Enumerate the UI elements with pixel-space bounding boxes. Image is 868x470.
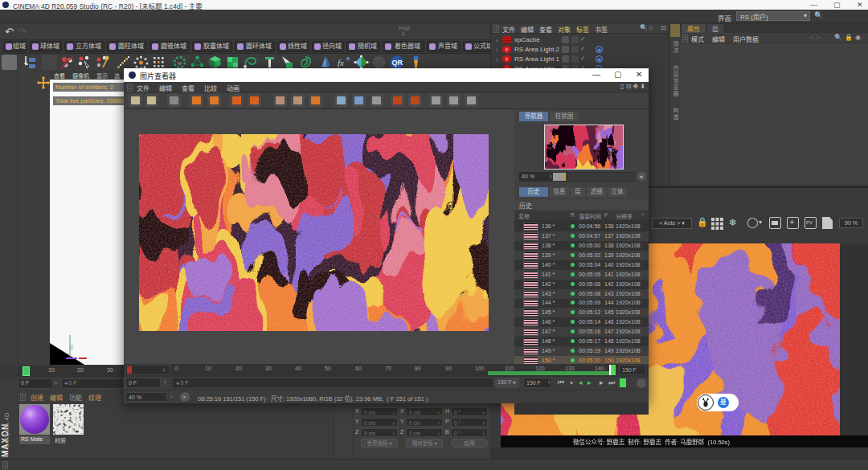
svg-text:QR: QR bbox=[392, 59, 403, 67]
svg-text:fx: fx bbox=[338, 58, 344, 67]
